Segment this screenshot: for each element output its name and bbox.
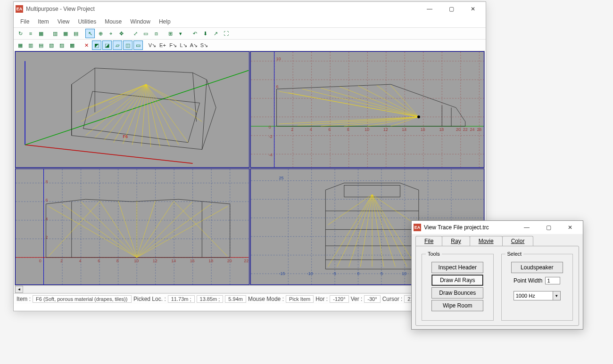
toolbar-row-2: ▦ ▥ ▤ ▧ ▨ ▩ ✕ ◩ ◪ ▱ ◫ ▭ V↘ E+ F↘ L↘ A↘ S… bbox=[14, 39, 486, 51]
wipe-room-button[interactable]: Wipe Room bbox=[431, 300, 483, 311]
svg-text:-5: -5 bbox=[332, 271, 336, 276]
download-icon[interactable]: ⬇ bbox=[200, 29, 210, 38]
svg-text:22: 22 bbox=[244, 259, 249, 263]
draw-bounces-button[interactable]: Draw Bounces bbox=[431, 287, 483, 299]
face-d-icon[interactable]: ◫ bbox=[123, 40, 133, 50]
layout1-icon[interactable]: ▥ bbox=[50, 29, 60, 38]
svg-line-71 bbox=[298, 117, 419, 125]
status-picked-label: Picked Loc. : bbox=[133, 296, 166, 302]
svg-line-19 bbox=[81, 84, 146, 121]
svg-text:14: 14 bbox=[402, 127, 406, 132]
label-a-icon[interactable]: A↘ bbox=[189, 40, 199, 50]
face-c-icon[interactable]: ▱ bbox=[113, 40, 122, 50]
svg-line-124 bbox=[48, 202, 99, 257]
minimize-button[interactable]: — bbox=[419, 2, 440, 16]
zoomfit-icon[interactable]: ⤢ bbox=[131, 29, 140, 38]
target-icon[interactable]: ⊕ bbox=[96, 29, 105, 38]
fullscreen-icon[interactable]: ⛶ bbox=[221, 29, 231, 38]
svg-text:5: 5 bbox=[380, 271, 382, 276]
face-b-icon[interactable]: ◪ bbox=[102, 40, 112, 50]
menu-window[interactable]: Window bbox=[126, 17, 154, 26]
svg-text:26: 26 bbox=[477, 127, 481, 132]
grid-a-icon[interactable]: ▦ bbox=[16, 40, 25, 50]
layout2-icon[interactable]: ▦ bbox=[61, 29, 70, 38]
point-width-label: Point Width bbox=[514, 277, 542, 284]
tab-ray[interactable]: Ray bbox=[442, 236, 470, 246]
svg-text:F6: F6 bbox=[123, 134, 127, 139]
svg-text:2: 2 bbox=[60, 259, 63, 263]
dialog-maximize-button[interactable]: ▢ bbox=[538, 220, 559, 235]
send-icon[interactable]: ↗ bbox=[211, 29, 220, 38]
svg-line-158 bbox=[372, 194, 384, 267]
menu-file[interactable]: File bbox=[17, 17, 33, 26]
pick-icon[interactable]: ⌖ bbox=[106, 29, 116, 38]
menu-item[interactable]: Item bbox=[34, 17, 52, 26]
main-titlebar[interactable]: EA Multipurpose - View Project — ▢ ✕ bbox=[14, 2, 486, 16]
maximize-button[interactable]: ▢ bbox=[440, 2, 462, 16]
face-e-icon[interactable]: ▭ bbox=[133, 40, 143, 50]
table-icon[interactable]: ⊞ bbox=[166, 29, 175, 38]
svg-text:16: 16 bbox=[190, 259, 195, 263]
dialog-body: Tools Inspect Header Draw All Rays Draw … bbox=[415, 246, 579, 326]
grid-f-icon[interactable]: ▩ bbox=[67, 40, 77, 50]
tab-movie[interactable]: Movie bbox=[470, 236, 503, 246]
svg-text:6: 6 bbox=[276, 84, 278, 89]
move-icon[interactable]: ✥ bbox=[116, 29, 126, 38]
svg-text:18: 18 bbox=[439, 127, 444, 132]
delete-icon[interactable]: ✕ bbox=[82, 40, 91, 50]
dropdown-icon[interactable]: ▾ bbox=[176, 29, 185, 38]
label-l-icon[interactable]: L↘ bbox=[179, 40, 188, 50]
dialog-minimize-button[interactable]: — bbox=[516, 220, 538, 235]
pointer-icon[interactable]: ↖ bbox=[85, 29, 95, 38]
tools-legend: Tools bbox=[426, 251, 442, 257]
grid-c-icon[interactable]: ▤ bbox=[36, 40, 46, 50]
rect-icon[interactable]: ▭ bbox=[141, 29, 150, 38]
layout3-icon[interactable]: ▤ bbox=[71, 29, 81, 38]
selectall-icon[interactable]: ⧈ bbox=[151, 29, 161, 38]
list-icon[interactable]: ≡ bbox=[26, 29, 35, 38]
trace-dialog: EA View Trace File project.trc — ▢ ✕ Fil… bbox=[411, 220, 583, 330]
menu-mouse[interactable]: Mouse bbox=[101, 17, 125, 26]
undo-icon[interactable]: ↶ bbox=[190, 29, 199, 38]
frequency-combo[interactable]: 1000 Hz ▼ bbox=[514, 291, 561, 300]
svg-line-10 bbox=[146, 84, 151, 147]
label-s-icon[interactable]: S↘ bbox=[199, 40, 209, 50]
grid-b-icon[interactable]: ▥ bbox=[26, 40, 35, 50]
loudspeaker-button[interactable]: Loudspeaker bbox=[511, 262, 563, 273]
label-v-icon[interactable]: V↘ bbox=[148, 40, 157, 50]
refresh-icon[interactable]: ↻ bbox=[16, 29, 25, 38]
viewport-perspective[interactable]: F6 bbox=[15, 51, 249, 168]
close-button[interactable]: ✕ bbox=[462, 2, 484, 16]
label-f-icon[interactable]: F↘ bbox=[168, 40, 178, 50]
menu-help[interactable]: Help bbox=[155, 17, 174, 26]
svg-text:18: 18 bbox=[208, 259, 213, 263]
draw-all-rays-button[interactable]: Draw All Rays bbox=[431, 275, 483, 286]
inspect-header-button[interactable]: Inspect Header bbox=[431, 262, 483, 273]
status-picked-x: 11.73m ; bbox=[168, 295, 195, 303]
dialog-close-button[interactable]: ✕ bbox=[559, 220, 581, 235]
svg-text:-2: -2 bbox=[268, 134, 272, 139]
viewport-side[interactable]: 1060 -2-4 246 81012 141618 20222426 bbox=[250, 51, 485, 168]
label-e-icon[interactable]: E+ bbox=[158, 40, 167, 50]
grid-icon[interactable]: ▦ bbox=[36, 29, 46, 38]
menu-utilities[interactable]: Utilities bbox=[74, 17, 100, 26]
grid-d-icon[interactable]: ▧ bbox=[47, 40, 56, 50]
dialog-titlebar[interactable]: EA View Trace File project.trc — ▢ ✕ bbox=[412, 221, 583, 234]
status-mouse-value: Pick Item bbox=[286, 295, 314, 303]
svg-text:0: 0 bbox=[268, 125, 271, 129]
grid-e-icon[interactable]: ▨ bbox=[57, 40, 66, 50]
viewport-front[interactable]: 864 20 246 81012 141618 2022 bbox=[15, 169, 249, 285]
svg-text:8: 8 bbox=[46, 179, 48, 184]
svg-line-119 bbox=[137, 201, 156, 258]
chevron-down-icon[interactable]: ▼ bbox=[553, 291, 560, 300]
face-a-icon[interactable]: ◩ bbox=[92, 40, 101, 50]
status-mouse-label: Mouse Mode : bbox=[248, 296, 284, 302]
svg-line-121 bbox=[137, 202, 193, 258]
menu-view[interactable]: View bbox=[54, 17, 74, 26]
svg-line-113 bbox=[48, 206, 137, 258]
tab-color[interactable]: Color bbox=[502, 236, 534, 246]
frequency-value: 1000 Hz bbox=[514, 293, 553, 299]
scroll-left-icon[interactable]: ◄ bbox=[15, 286, 23, 293]
point-width-input[interactable] bbox=[545, 277, 560, 284]
tab-file[interactable]: File bbox=[415, 236, 442, 246]
